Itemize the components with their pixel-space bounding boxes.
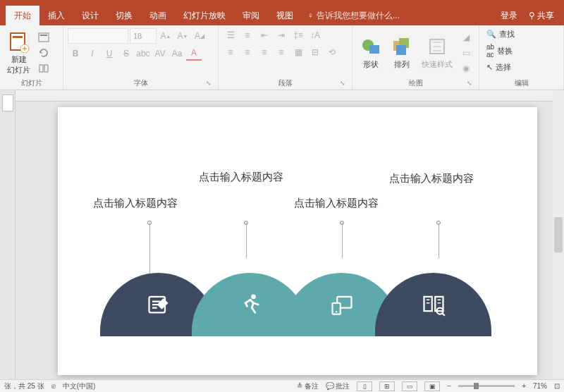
clear-format-button[interactable]: A◢ — [192, 29, 207, 43]
spacing-button[interactable]: AV — [152, 47, 168, 61]
quick-styles-label: 快速样式 — [422, 59, 453, 70]
bold-button[interactable]: B — [68, 47, 83, 61]
workspace: 点击输入标题内容 点击输入标题内容 点击输入标题内容 点击输入标题内容 — [0, 90, 564, 379]
semicircle-4[interactable] — [375, 273, 491, 336]
numbering-button[interactable]: ≡ — [240, 28, 255, 42]
reading-view-button[interactable]: ▭ — [402, 381, 417, 391]
zoom-handle[interactable] — [474, 383, 479, 389]
align-right-button[interactable]: ≡ — [257, 45, 272, 59]
sorter-view-button[interactable]: ⊞ — [379, 381, 395, 391]
bulb-icon: ♀ — [307, 11, 314, 20]
slideshow-view-button[interactable]: ▣ — [424, 381, 440, 391]
pin-line-1 — [149, 223, 150, 276]
align-left-button[interactable]: ≡ — [223, 45, 238, 59]
layout-button[interactable] — [36, 30, 51, 44]
drawing-expand-icon[interactable]: ⤡ — [466, 80, 473, 87]
new-slide-button[interactable]: 新建 幻灯片 — [4, 29, 33, 77]
slide-count: 张，共 25 张 — [4, 381, 44, 391]
tab-start[interactable]: 开始 — [6, 6, 39, 26]
shadow-button[interactable]: abc — [135, 47, 151, 61]
find-label: 查找 — [499, 29, 515, 39]
slide-title-3[interactable]: 点击输入标题内容 — [294, 197, 379, 210]
shapes-label: 形状 — [363, 59, 379, 70]
find-button[interactable]: 🔍查找 — [484, 28, 517, 40]
share-label: 共享 — [537, 10, 554, 22]
canvas-area[interactable]: 点击输入标题内容 点击输入标题内容 点击输入标题内容 点击输入标题内容 — [16, 90, 564, 379]
tab-view[interactable]: 视图 — [268, 6, 302, 26]
zoom-slider[interactable] — [458, 385, 515, 387]
comments-button[interactable]: 💬 批注 — [326, 381, 350, 391]
svg-rect-4 — [40, 35, 47, 36]
zoom-level[interactable]: 71% — [533, 382, 547, 390]
normal-view-button[interactable]: ▯ — [357, 381, 372, 391]
slide-title-2[interactable]: 点击输入标题内容 — [199, 171, 283, 184]
font-family-input[interactable] — [68, 28, 128, 44]
group-drawing: 形状 排列 快速样式 ◢ ▭ ◉ 绘图⤡ — [352, 25, 479, 90]
slide-title-4[interactable]: 点击输入标题内容 — [389, 172, 474, 185]
align-center-button[interactable]: ≡ — [240, 45, 255, 59]
tell-me[interactable]: ♀ 告诉我您想要做什么... — [307, 10, 400, 22]
group-paragraph: ☰ ≡ ⇤ ⇥ ‡≡ ↕A ≡ ≡ ≡ ≡ ▦ ⊟ ⟲ 段落⤡ — [219, 25, 352, 90]
fit-window-button[interactable]: ⊡ — [554, 382, 560, 390]
arrange-button[interactable]: 排列 — [388, 34, 416, 71]
svg-point-14 — [251, 294, 256, 299]
notes-button[interactable]: ≜ 备注 — [297, 381, 319, 391]
decrease-font-button[interactable]: A▼ — [175, 29, 190, 43]
strike-button[interactable]: S — [118, 47, 134, 61]
status-bar: 张，共 25 张 ⎚ 中文(中国) ≜ 备注 💬 批注 ▯ ⊞ ▭ ▣ − + … — [0, 379, 564, 392]
tab-transition[interactable]: 切换 — [107, 6, 141, 26]
align-text-button[interactable]: ⊟ — [307, 45, 323, 59]
shapes-button[interactable]: 形状 — [357, 34, 385, 71]
indent-decrease-button[interactable]: ⇤ — [257, 28, 272, 42]
tab-slideshow[interactable]: 幻灯片放映 — [175, 6, 234, 26]
increase-font-button[interactable]: A▲ — [158, 29, 173, 43]
quick-styles-button[interactable]: 快速样式 — [419, 34, 455, 71]
shape-fill-button[interactable]: ◢ — [458, 30, 474, 44]
tell-me-label: 告诉我您想要做什么... — [317, 10, 400, 22]
devices-icon — [329, 292, 355, 317]
shape-effects-button[interactable]: ◉ — [458, 61, 474, 75]
smartart-button[interactable]: ⟲ — [324, 45, 340, 59]
login-button[interactable]: 登录 — [494, 10, 525, 22]
ruler-horizontal — [16, 90, 564, 102]
tab-insert[interactable]: 插入 — [39, 6, 73, 26]
line-spacing-button[interactable]: ‡≡ — [290, 28, 306, 42]
scrollbar-thumb[interactable] — [554, 217, 563, 252]
slide-title-1[interactable]: 点击输入标题内容 — [93, 197, 178, 210]
share-icon: ⚲ — [529, 11, 535, 20]
font-color-button[interactable]: A — [186, 47, 202, 61]
replace-button[interactable]: abac替换 — [484, 42, 515, 59]
tab-review[interactable]: 审阅 — [234, 6, 268, 26]
group-slides-label: 幻灯片 — [4, 77, 59, 88]
zoom-in-button[interactable]: + — [522, 382, 526, 390]
tab-animation[interactable]: 动画 — [141, 6, 175, 26]
svg-rect-11 — [396, 45, 406, 55]
columns-button[interactable]: ▦ — [290, 45, 306, 59]
underline-button[interactable]: U — [102, 47, 117, 61]
bullets-button[interactable]: ☰ — [223, 28, 238, 42]
svg-rect-1 — [13, 36, 23, 38]
scrollbar-vertical[interactable] — [553, 90, 564, 379]
share-button[interactable]: ⚲ 共享 — [525, 10, 558, 22]
ribbon: 新建 幻灯片 幻灯片 A▲ A▼ A◢ B I U S — [0, 25, 564, 90]
shape-outline-button[interactable]: ▭ — [458, 46, 474, 60]
paragraph-expand-icon[interactable]: ⤡ — [339, 80, 346, 87]
font-expand-icon[interactable]: ⤡ — [205, 80, 212, 87]
pin-line-3 — [342, 223, 343, 258]
select-label: 选择 — [496, 62, 511, 73]
group-font: A▲ A▼ A◢ B I U S abc AV Aa A 字体⤡ — [63, 25, 219, 90]
section-button[interactable] — [36, 61, 51, 75]
justify-button[interactable]: ≡ — [274, 45, 289, 59]
case-button[interactable]: Aa — [169, 47, 185, 61]
indent-increase-button[interactable]: ⇥ — [274, 28, 289, 42]
slide[interactable]: 点击输入标题内容 点击输入标题内容 点击输入标题内容 点击输入标题内容 — [58, 107, 537, 375]
tab-design[interactable]: 设计 — [73, 6, 107, 26]
italic-button[interactable]: I — [85, 47, 100, 61]
select-button[interactable]: ↖选择 — [484, 61, 514, 73]
text-direction-button[interactable]: ↕A — [307, 28, 323, 42]
zoom-out-button[interactable]: − — [447, 382, 451, 390]
font-size-input[interactable] — [130, 28, 157, 44]
language-label[interactable]: 中文(中国) — [63, 381, 96, 391]
reset-button[interactable] — [36, 46, 51, 60]
spellcheck-icon[interactable]: ⎚ — [51, 382, 56, 390]
